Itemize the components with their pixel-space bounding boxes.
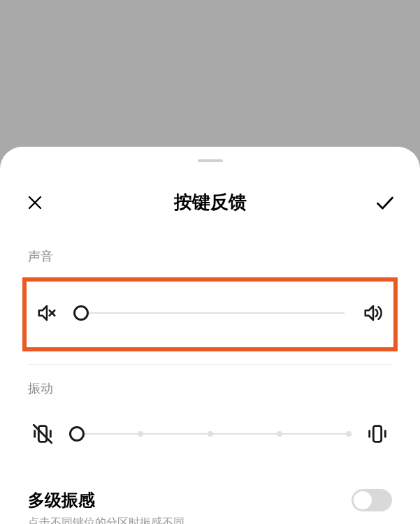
check-icon <box>375 193 395 212</box>
vibrate-off-icon <box>31 422 55 446</box>
close-icon <box>27 194 43 211</box>
svg-marker-2 <box>39 306 47 320</box>
sheet-header: 按键反馈 <box>0 162 420 214</box>
vibrate-on-icon <box>365 422 389 446</box>
sound-label: 声音 <box>0 214 420 270</box>
multilevel-title: 多级振感 <box>28 489 95 511</box>
vibration-tick <box>346 431 352 437</box>
vibration-tick <box>277 431 282 437</box>
confirm-button[interactable] <box>375 193 395 212</box>
vibration-slider-row <box>28 402 392 468</box>
bottom-sheet: 按键反馈 声音 <box>0 147 420 524</box>
toggle-knob <box>354 491 372 509</box>
sound-slider-row <box>22 277 398 351</box>
sheet-title: 按键反馈 <box>174 190 247 214</box>
multilevel-subtitle: 点击不同键位的分区时振感不同 <box>0 511 420 524</box>
vibration-slider-knob[interactable] <box>69 426 85 442</box>
close-button[interactable] <box>25 193 45 212</box>
multilevel-toggle[interactable] <box>352 489 392 511</box>
sound-slider[interactable] <box>75 312 345 314</box>
svg-marker-5 <box>365 306 373 320</box>
sound-slider-knob[interactable] <box>73 305 89 321</box>
vibration-tick <box>208 431 213 437</box>
multilevel-row: 多级振感 <box>0 468 420 511</box>
vibration-label: 振动 <box>0 365 420 402</box>
screen-backdrop: 按键反馈 声音 <box>0 0 420 524</box>
svg-line-9 <box>34 425 52 443</box>
svg-rect-10 <box>373 426 381 442</box>
vibration-tick <box>138 431 143 437</box>
vibration-slider[interactable] <box>71 433 349 435</box>
volume-high-icon <box>361 301 385 325</box>
volume-mute-icon <box>35 301 59 325</box>
